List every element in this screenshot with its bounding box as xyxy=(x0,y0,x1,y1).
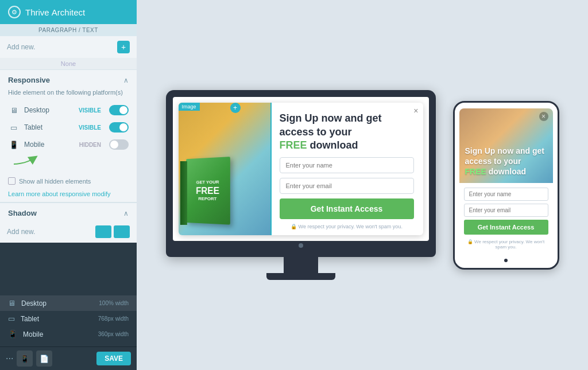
desktop-label: Desktop xyxy=(24,106,74,114)
tablet-list-label: Tablet xyxy=(21,315,92,323)
breadcrumb: PARAGRAPH / TEXT xyxy=(0,24,137,36)
list-item: 🖥 Desktop 100% width xyxy=(0,295,137,311)
book-spine xyxy=(180,161,187,225)
mobile-label: Mobile xyxy=(24,141,75,149)
more-icon[interactable]: ··· xyxy=(6,353,13,364)
sidebar-header: ⚙ Thrive Architect xyxy=(0,0,137,24)
device-list: 🖥 Desktop 100% width ▭ Tablet 768px widt… xyxy=(0,291,137,346)
popup-heading: Sign Up now and get access to your FREE … xyxy=(280,112,414,152)
popup-image-area: Image + GET YOUR FREE REPORT xyxy=(179,103,270,235)
book-text-line2: REPORT xyxy=(198,196,216,202)
desktop-visibility-label: VISIBLE xyxy=(79,107,101,114)
popup-form-area: Sign Up now and get access to your FREE … xyxy=(270,103,423,235)
phone-close-icon[interactable]: × xyxy=(539,112,548,121)
shadow-btn-1[interactable] xyxy=(95,225,111,238)
mobile-visibility-label: HIDDEN xyxy=(79,142,101,148)
book-free-text: FREE xyxy=(196,185,219,196)
main-content: × Image + GET YOUR xyxy=(137,0,588,370)
email-input[interactable] xyxy=(280,178,414,194)
shadow-title: Shadow xyxy=(8,209,37,217)
shadow-chevron-icon[interactable]: ∧ xyxy=(123,209,129,217)
file-toolbar-icon[interactable]: 📄 xyxy=(36,350,52,367)
add-label: Add new. xyxy=(7,43,113,51)
list-item: ▭ Tablet 768px width xyxy=(0,311,137,326)
tablet-visibility-label: VISIBLE xyxy=(79,124,101,131)
desktop-device-icon: 🖥 xyxy=(8,104,20,116)
mobile-list-label: Mobile xyxy=(23,330,92,338)
save-button[interactable]: SAVE xyxy=(96,352,131,365)
desktop-popup: × Image + GET YOUR xyxy=(179,103,423,235)
tablet-device-icon: ▭ xyxy=(8,122,20,133)
monitor-stand xyxy=(284,257,318,273)
shadow-section-header: Shadow ∧ xyxy=(0,202,137,221)
desktop-toggle-row: 🖥 Desktop VISIBLE xyxy=(0,102,137,119)
phone-form: Get Instant Access 🔒 We respect your pri… xyxy=(459,183,553,256)
book-text-line1: GET YOUR xyxy=(196,179,219,185)
tablet-label: Tablet xyxy=(24,123,74,131)
tablet-list-icon: ▭ xyxy=(8,314,15,323)
get-access-button[interactable]: Get Instant Access xyxy=(280,198,414,219)
name-input[interactable] xyxy=(280,157,414,173)
popup-heading-text2: download xyxy=(310,139,358,151)
monitor-power-dot xyxy=(299,243,303,248)
phone-name-input[interactable] xyxy=(464,188,548,201)
sidebar-bottom: 🖥 Desktop 100% width ▭ Tablet 768px widt… xyxy=(0,243,137,370)
desktop-toggle[interactable] xyxy=(109,105,129,115)
shadow-btn-2[interactable] xyxy=(114,225,130,238)
none-label: None xyxy=(0,58,137,69)
monitor-screen: × Image + GET YOUR xyxy=(173,97,429,240)
mobile-toggle[interactable] xyxy=(109,139,129,150)
phone-home-button xyxy=(504,259,508,262)
add-plus-icon[interactable]: + xyxy=(230,103,241,113)
shadow-section: Shadow ∧ Add new. xyxy=(0,202,137,243)
shadow-add-row: Add new. xyxy=(0,221,137,243)
popup-content: Image + GET YOUR FREE REPORT xyxy=(179,103,423,235)
bottom-toolbar: ··· 📱 📄 SAVE xyxy=(0,346,137,370)
mobile-list-size: 360px width xyxy=(98,331,129,337)
desktop-list-icon: 🖥 xyxy=(8,299,16,307)
desktop-list-size: 100% width xyxy=(99,300,129,306)
list-item: 📱 Mobile 360px width xyxy=(0,326,137,342)
popup-close-icon[interactable]: × xyxy=(413,106,418,115)
shadow-add-label: Add new. xyxy=(7,228,91,236)
sidebar: ⚙ Thrive Architect PARAGRAPH / TEXT Add … xyxy=(0,0,137,370)
privacy-text: 🔒 We respect your privacy. We won't spam… xyxy=(280,224,414,229)
book-cover: GET YOUR FREE REPORT xyxy=(184,158,247,235)
desktop-list-label: Desktop xyxy=(21,299,93,307)
phone-screen: × Sign Up now and get access to your FRE… xyxy=(459,108,553,256)
popup-heading-text: Sign Up now and get access to your xyxy=(280,112,382,137)
phone: × Sign Up now and get access to your FRE… xyxy=(453,101,559,270)
phone-privacy-text: 🔒 We respect your privacy. We won't spam… xyxy=(464,237,548,251)
responsive-title: Responsive xyxy=(8,76,50,84)
responsive-desc: Hide element on the following platform(s… xyxy=(0,88,137,102)
monitor-base xyxy=(266,273,335,280)
learn-more-link[interactable]: Learn more about responsive modify xyxy=(0,189,137,202)
tablet-list-size: 768px width xyxy=(98,316,129,322)
phone-background: × Sign Up now and get access to your FRE… xyxy=(459,108,553,183)
phone-get-access-button[interactable]: Get Instant Access xyxy=(464,220,548,235)
tablet-toggle[interactable] xyxy=(109,122,129,133)
app-title: Thrive Architect xyxy=(25,7,85,17)
responsive-section-header: Responsive ∧ xyxy=(0,69,137,88)
popup-free-text: FREE xyxy=(280,139,307,151)
mobile-toggle-row: 📱 Mobile HIDDEN xyxy=(0,136,137,153)
phone-email-input[interactable] xyxy=(464,204,548,217)
show-hidden-checkbox[interactable] xyxy=(8,177,16,185)
mobile-list-icon: 📱 xyxy=(8,330,17,338)
monitor: × Image + GET YOUR xyxy=(166,90,436,256)
add-button[interactable]: + xyxy=(117,41,130,53)
shadow-buttons xyxy=(95,225,130,238)
chevron-up-icon[interactable]: ∧ xyxy=(123,76,129,84)
gear-icon: ⚙ xyxy=(8,6,21,18)
book-front: GET YOUR FREE REPORT xyxy=(186,157,230,225)
phone-free-text: FREE xyxy=(465,167,486,176)
show-hidden-row: Show all hidden elements xyxy=(0,173,137,189)
tablet-toggle-row: ▭ Tablet VISIBLE xyxy=(0,119,137,136)
device-toolbar-icon[interactable]: 📱 xyxy=(17,350,33,367)
mobile-device-icon: 📱 xyxy=(8,139,20,150)
show-hidden-label: Show all hidden elements xyxy=(19,178,91,185)
green-arrow-icon xyxy=(8,155,42,173)
phone-heading: Sign Up now and get access to your FREE … xyxy=(465,146,547,177)
book-3d: GET YOUR FREE REPORT xyxy=(186,156,236,228)
image-label: Image xyxy=(179,103,200,111)
